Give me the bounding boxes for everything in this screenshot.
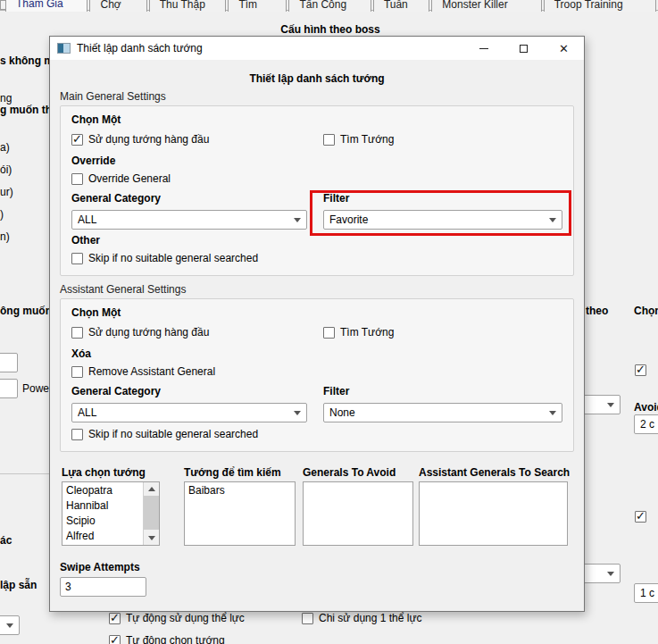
list-title: Assistant Generals To Search <box>419 466 568 479</box>
close-button[interactable]: ✕ <box>544 37 584 60</box>
tab-cho-den[interactable]: Chợ Đen <box>89 0 146 12</box>
bg-left-fragment: s không m <box>0 54 54 67</box>
maximize-button[interactable] <box>504 37 544 60</box>
bg-partial-combo[interactable] <box>0 615 20 635</box>
bg-cb-auto-stamina: Tự động sử dụng thể lực <box>109 612 245 624</box>
lists-row: Lựa chọn tướng Cleopatra Hannibal Scipio… <box>62 466 574 546</box>
chevron-down-icon <box>549 411 556 415</box>
bg-cb-one-stamina: Chi sử dụng 1 thể lực <box>302 612 421 624</box>
chevron-down-icon <box>607 403 614 407</box>
tab-thu-thap-res[interactable]: Thu Thập Res <box>149 0 227 12</box>
cb-label: Tự động sử dụng thể lực <box>126 612 245 624</box>
window-icon <box>57 43 71 54</box>
tab-monster-killer-settings[interactable]: Monster Killer Settings <box>431 0 541 12</box>
cb-label: Skip if no suitable general searched <box>88 428 258 440</box>
list-item[interactable]: Alfred <box>66 529 143 544</box>
cb-label: Skip if no suitable general searched <box>88 252 258 264</box>
tab-tim-boss[interactable]: Tìm Boss <box>228 0 287 12</box>
bg-partial-input[interactable] <box>0 379 18 398</box>
bg-right-checkbox[interactable] <box>635 364 646 376</box>
tab-tuan-tra[interactable]: Tuần Tra <box>373 0 429 12</box>
cb-label: Tìm Tướng <box>340 326 394 339</box>
cb-find-general-main: Tìm Tướng <box>323 133 394 146</box>
checkbox[interactable] <box>71 253 83 264</box>
bg-left-fragment: ói) <box>0 163 12 176</box>
selected-generals-list[interactable]: Cleopatra Hannibal Scipio Alfred Ramesse… <box>62 481 160 546</box>
cb-override-general: Override General <box>71 172 562 185</box>
bg-divider <box>0 473 49 474</box>
cb-remove-assistant: Remove Assistant General <box>71 365 562 378</box>
main-general-settings-group: Chọn Một Sử dụng tướng hàng đầu Tìm Tướn… <box>60 105 574 276</box>
minimize-button[interactable] <box>463 37 504 60</box>
cb-skip-main: Skip if no suitable general searched <box>71 252 562 264</box>
tab-troop-training-settings[interactable]: Troop Training Settings <box>544 0 656 12</box>
bg-right-checkbox[interactable] <box>635 511 646 523</box>
bg-left-fragment: ng <box>0 92 12 105</box>
general-category-combo-assistant[interactable]: ALL <box>71 403 307 422</box>
cb-find-general-assistant: Tìm Tướng <box>323 326 394 339</box>
tab-tham-gia-boss[interactable]: Tham Gia Boss <box>5 0 87 12</box>
cb-use-top-general-assistant: Sử dụng tướng hàng đầu <box>71 326 323 339</box>
list-title: Generals To Avoid <box>303 466 413 479</box>
dialog-titlebar[interactable]: Thiết lập danh sách tướng ✕ <box>50 37 584 60</box>
list-item[interactable]: Ramesses <box>66 544 143 546</box>
checkbox[interactable] <box>71 327 83 339</box>
swipe-attempts-input[interactable] <box>60 577 146 597</box>
scroll-down-icon[interactable] <box>144 531 159 545</box>
bg-right-combo[interactable]: 2 c <box>634 414 658 434</box>
bg-cb-auto-general: Tự động chọn tướng <box>109 634 225 644</box>
list-col-lua-chon-tuong: Lựa chọn tướng Cleopatra Hannibal Scipio… <box>62 466 160 546</box>
filter-combo-main[interactable]: Favorite <box>323 210 562 230</box>
checkbox[interactable] <box>71 366 83 378</box>
list-item[interactable]: Baibars <box>188 483 295 498</box>
checkbox[interactable] <box>323 134 335 146</box>
cb-label: Remove Assistant General <box>88 365 215 378</box>
generals-to-search-list[interactable]: Baibars <box>184 481 296 546</box>
xoa-heading: Xóa <box>71 347 562 360</box>
chevron-down-icon <box>294 218 301 222</box>
list-item[interactable]: Cleopatra <box>66 483 143 498</box>
main-group-label: Main General Settings <box>60 90 574 103</box>
filter-label: Filter <box>323 385 349 397</box>
cb-label: Sử dụng tướng hàng đầu <box>88 133 209 146</box>
checkbox[interactable] <box>71 134 83 146</box>
list-col-tuong-de-tim-kiem: Tướng để tìm kiếm Baibars <box>184 466 296 546</box>
minimize-icon <box>479 48 488 49</box>
list-col-generals-to-avoid: Generals To Avoid <box>303 466 413 546</box>
chevron-down-icon <box>607 572 614 576</box>
dialog-general-list-setup: Thiết lập danh sách tướng ✕ Thiết lập da… <box>49 36 585 612</box>
swipe-attempts-label: Swipe Attempts <box>60 561 574 573</box>
chevron-down-icon <box>294 411 301 415</box>
bg-chon-label: Chọn <box>634 305 658 317</box>
checkbox[interactable] <box>109 613 121 624</box>
checkbox[interactable] <box>71 429 83 440</box>
scroll-up-icon[interactable] <box>144 482 159 496</box>
generals-to-avoid-list[interactable] <box>303 481 413 546</box>
tab-tan-cong-boss[interactable]: Tấn Công Boss <box>288 0 371 12</box>
cb-skip-assistant: Skip if no suitable general searched <box>71 428 562 440</box>
filter-combo-assistant[interactable]: None <box>323 403 562 422</box>
list-title: Tướng để tìm kiếm <box>184 466 296 479</box>
assistant-generals-to-search-list[interactable] <box>419 481 568 546</box>
cb-use-top-general-main: Sử dụng tướng hàng đầu <box>71 133 323 146</box>
list-scrollbar[interactable] <box>143 482 159 545</box>
list-item[interactable]: Hannibal <box>66 498 143 514</box>
checkbox[interactable] <box>323 327 335 339</box>
checkbox[interactable] <box>109 635 121 644</box>
bg-left-fragment: lập sẵn <box>0 579 37 591</box>
scroll-thumb[interactable] <box>144 496 159 530</box>
close-icon: ✕ <box>559 43 569 54</box>
general-category-label: General Category <box>71 385 323 397</box>
filter-label: Filter <box>323 192 349 205</box>
bg-partial-input[interactable] <box>0 353 18 372</box>
bg-right-combo[interactable]: 1 c <box>634 583 658 603</box>
checkbox[interactable] <box>71 173 83 185</box>
general-category-combo-main[interactable]: ALL <box>71 210 307 230</box>
general-category-label: General Category <box>71 192 323 205</box>
checkbox[interactable] <box>302 613 313 624</box>
tab-bar: Tham Gia Boss Chợ Đen Thu Thập Res Tìm B… <box>5 0 658 12</box>
chon-mot-heading: Chọn Một <box>71 113 562 126</box>
list-col-assistant-generals: Assistant Generals To Search <box>419 466 568 546</box>
list-item[interactable]: Scipio <box>66 514 143 529</box>
bg-theo-label: theo <box>586 305 608 317</box>
